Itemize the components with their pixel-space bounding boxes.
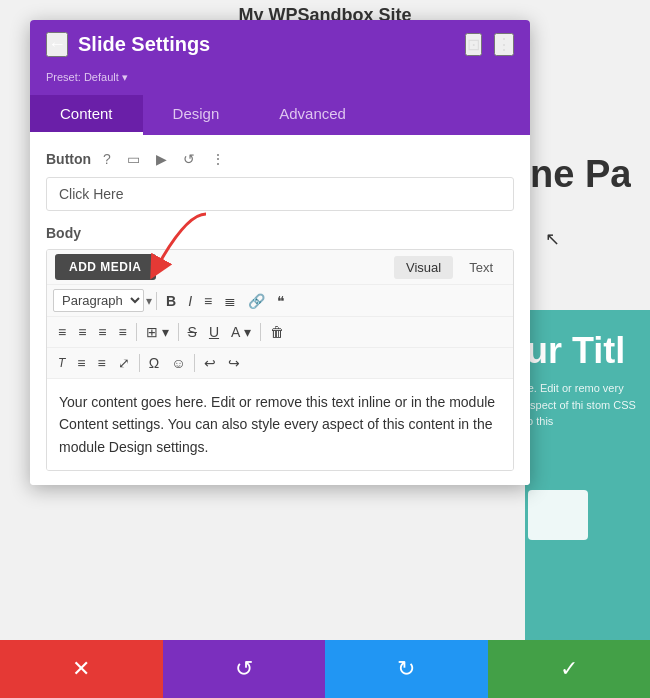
visual-text-tabs: Visual Text (394, 256, 505, 279)
undo-editor-button[interactable]: ↩ (199, 352, 221, 374)
panel-body: Button ? ▭ ▶ ↺ ⋮ Body (30, 135, 530, 485)
toolbar-separator-4 (260, 323, 261, 341)
confirm-icon: ✓ (560, 656, 578, 682)
tab-text[interactable]: Text (457, 256, 505, 279)
panel-tabs: Content Design Advanced (30, 95, 530, 135)
redo-editor-button[interactable]: ↪ (223, 352, 245, 374)
body-editor: ADD MEDIA Visual Text Paragraph ▾ B I ≡ (46, 249, 514, 471)
slide-settings-panel: ← Slide Settings ⊡ ⋮ Preset: Default ▾ C… (30, 20, 530, 485)
redo-button[interactable]: ↻ (325, 640, 488, 698)
preset-selector[interactable]: Preset: Default ▾ (46, 69, 128, 84)
table-button[interactable]: ⊞ ▾ (141, 321, 174, 343)
toolbar-row-2: ≡ ≡ ≡ ≡ ⊞ ▾ S U A ▾ 🗑 (47, 317, 513, 348)
page-heading-partial: ne Pa (530, 150, 631, 199)
undo-button[interactable]: ↺ (163, 640, 326, 698)
indent-button[interactable]: ≡ (72, 352, 90, 374)
emoji-button[interactable]: ☺ (166, 352, 190, 374)
cancel-icon: ✕ (72, 656, 90, 682)
editor-content-area[interactable]: Your content goes here. Edit or remove t… (47, 379, 513, 470)
button-section-header: Button ? ▭ ▶ ↺ ⋮ (46, 149, 514, 169)
format-button[interactable]: T (53, 353, 70, 373)
toolbar-separator-6 (194, 354, 195, 372)
panel-header: ← Slide Settings ⊡ ⋮ (30, 20, 530, 65)
paragraph-select[interactable]: Paragraph (53, 289, 144, 312)
ordered-list-button[interactable]: ≣ (219, 290, 241, 312)
undo-icon: ↺ (235, 656, 253, 682)
toolbar-separator-5 (139, 354, 140, 372)
button-select-icon[interactable]: ▶ (152, 149, 171, 169)
strikethrough-button[interactable]: S (183, 321, 202, 343)
align-right-button[interactable]: ≡ (93, 321, 111, 343)
toolbar-separator-3 (178, 323, 179, 341)
back-button[interactable]: ← (46, 32, 68, 57)
teal-body-text: re. Edit or remo very aspect of thi stom… (524, 380, 644, 430)
toolbar-row-3: T ≡ ≡ ⤢ Ω ☺ ↩ ↪ (47, 348, 513, 379)
align-justify-button[interactable]: ≡ (114, 321, 132, 343)
add-media-button[interactable]: ADD MEDIA (55, 254, 156, 280)
tab-visual[interactable]: Visual (394, 256, 453, 279)
panel-header-right: ⊡ ⋮ (465, 33, 514, 56)
button-mobile-icon[interactable]: ▭ (123, 149, 144, 169)
body-section-label: Body (46, 225, 81, 241)
tab-content[interactable]: Content (30, 95, 143, 135)
button-section-label: Button (46, 151, 91, 167)
tb-dropdown-arrow: ▾ (146, 294, 152, 308)
tab-design[interactable]: Design (143, 95, 250, 135)
panel-title: Slide Settings (78, 33, 210, 56)
cancel-button[interactable]: ✕ (0, 640, 163, 698)
toolbar-row-1: Paragraph ▾ B I ≡ ≣ 🔗 ❝ (47, 285, 513, 317)
blockquote-button[interactable]: ❝ (272, 290, 290, 312)
bold-button[interactable]: B (161, 290, 181, 312)
screenshot-icon[interactable]: ⊡ (465, 33, 482, 56)
confirm-button[interactable]: ✓ (488, 640, 651, 698)
redo-icon: ↻ (397, 656, 415, 682)
underline-button[interactable]: U (204, 321, 224, 343)
align-center-button[interactable]: ≡ (73, 321, 91, 343)
preset-arrow-icon: ▾ (122, 71, 128, 83)
text-color-button[interactable]: A ▾ (226, 321, 255, 343)
delete-button[interactable]: 🗑 (265, 321, 289, 343)
fullscreen-button[interactable]: ⤢ (113, 352, 135, 374)
panel-header-left: ← Slide Settings (46, 32, 210, 57)
bottom-action-bar: ✕ ↺ ↻ ✓ (0, 640, 650, 698)
teal-decorative-box (528, 490, 588, 540)
more-options-icon[interactable]: ⋮ (494, 33, 514, 56)
editor-body-text: Your content goes here. Edit or remove t… (59, 394, 495, 455)
body-section-header: Body (46, 225, 514, 241)
teal-title-partial: ur Titl (526, 330, 625, 372)
button-more-icon[interactable]: ⋮ (207, 149, 229, 169)
align-left-button[interactable]: ≡ (53, 321, 71, 343)
button-undo-icon[interactable]: ↺ (179, 149, 199, 169)
button-text-input[interactable] (46, 177, 514, 211)
special-char-button[interactable]: Ω (144, 352, 164, 374)
toolbar-separator-2 (136, 323, 137, 341)
outdent-button[interactable]: ≡ (93, 352, 111, 374)
editor-top-row: ADD MEDIA Visual Text (47, 250, 513, 285)
preset-row: Preset: Default ▾ (30, 65, 530, 95)
tab-advanced[interactable]: Advanced (249, 95, 376, 135)
link-button[interactable]: 🔗 (243, 290, 270, 312)
button-help-icon[interactable]: ? (99, 149, 115, 169)
toolbar-separator (156, 292, 157, 310)
italic-button[interactable]: I (183, 290, 197, 312)
unordered-list-button[interactable]: ≡ (199, 290, 217, 312)
